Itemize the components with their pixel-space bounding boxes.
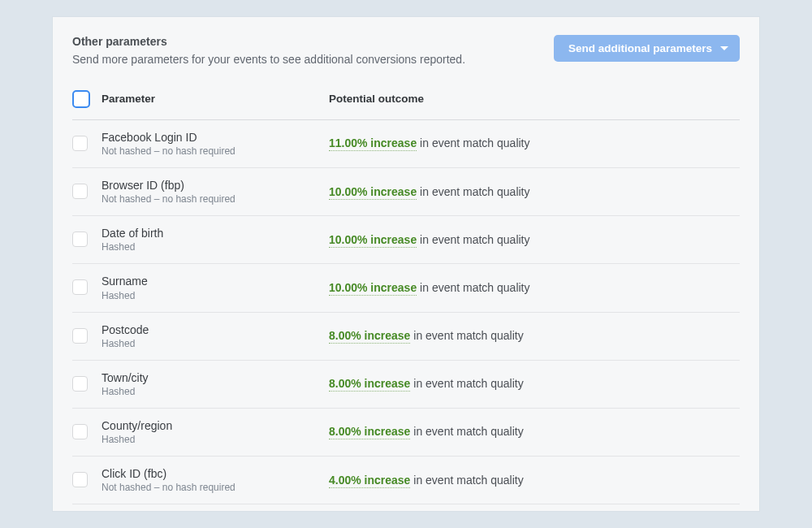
send-button-label: Send additional parameters — [568, 42, 712, 54]
parameter-name: Browser ID (fbp) — [102, 178, 329, 193]
table-row: SurnameHashed10.00% increase in event ma… — [72, 264, 740, 312]
increase-value: 8.00% increase — [329, 425, 410, 439]
table-row: Facebook Login IDNot hashed – no hash re… — [72, 120, 740, 168]
parameters-panel: Other parameters Send more parameters fo… — [53, 17, 759, 512]
potential-outcome: 11.00% increase in event match quality — [329, 136, 740, 149]
increase-value: 8.00% increase — [329, 329, 410, 344]
table-row: Town/cityHashed8.00% increase in event m… — [72, 361, 740, 409]
row-checkbox[interactable] — [72, 328, 88, 344]
table-header-row: Parameter Potential outcome — [72, 85, 740, 120]
table-row: Date of birthHashed10.00% increase in ev… — [72, 216, 740, 264]
row-checkbox[interactable] — [72, 376, 88, 392]
outcome-suffix: in event match quality — [417, 136, 529, 149]
increase-value: 10.00% increase — [329, 233, 417, 248]
chevron-down-icon — [720, 46, 728, 50]
parameter-name: Town/city — [102, 370, 329, 385]
column-header-outcome: Potential outcome — [329, 93, 740, 105]
table-row: Click ID (fbc)Not hashed – no hash requi… — [72, 457, 740, 504]
parameter-name: County/region — [102, 418, 329, 433]
potential-outcome: 10.00% increase in event match quality — [329, 233, 740, 246]
row-checkbox[interactable] — [72, 424, 88, 439]
parameter-hash-status: Hashed — [102, 241, 329, 253]
increase-value: 11.00% increase — [329, 136, 417, 151]
parameter-name: Date of birth — [102, 226, 329, 240]
parameters-table: Parameter Potential outcome Facebook Log… — [72, 85, 740, 505]
parameter-hash-status: Hashed — [102, 290, 329, 301]
potential-outcome: 8.00% increase in event match quality — [329, 329, 740, 342]
potential-outcome: 8.00% increase in event match quality — [329, 425, 740, 438]
increase-value: 10.00% increase — [329, 185, 417, 200]
potential-outcome: 10.00% increase in event match quality — [329, 281, 740, 294]
parameter-hash-status: Hashed — [102, 386, 329, 397]
outcome-suffix: in event match quality — [410, 377, 523, 390]
potential-outcome: 8.00% increase in event match quality — [329, 377, 740, 390]
send-additional-parameters-button[interactable]: Send additional parameters — [554, 35, 740, 62]
header-text-block: Other parameters Send more parameters fo… — [72, 35, 554, 66]
table-row: Browser ID (fbp)Not hashed – no hash req… — [72, 168, 740, 216]
outcome-suffix: in event match quality — [417, 233, 529, 246]
table-row: County/regionHashed8.00% increase in eve… — [72, 409, 740, 457]
column-header-parameter: Parameter — [102, 93, 329, 105]
parameter-hash-status: Not hashed – no hash required — [102, 193, 329, 205]
parameter-name: Surname — [102, 274, 329, 288]
outcome-suffix: in event match quality — [410, 474, 523, 487]
parameter-name: Postcode — [102, 322, 329, 337]
parameter-hash-status: Hashed — [102, 338, 329, 349]
panel-header: Other parameters Send more parameters fo… — [72, 35, 740, 66]
row-checkbox[interactable] — [72, 232, 88, 247]
parameter-hash-status: Not hashed – no hash required — [102, 145, 329, 157]
outcome-suffix: in event match quality — [417, 281, 529, 294]
potential-outcome: 10.00% increase in event match quality — [329, 185, 740, 198]
section-subtitle: Send more parameters for your events to … — [72, 53, 541, 66]
row-checkbox[interactable] — [72, 472, 88, 487]
increase-value: 8.00% increase — [329, 377, 410, 392]
row-checkbox[interactable] — [72, 279, 88, 295]
outcome-suffix: in event match quality — [410, 425, 523, 438]
parameter-name: Click ID (fbc) — [102, 466, 329, 481]
potential-outcome: 4.00% increase in event match quality — [329, 474, 740, 487]
parameter-name: Facebook Login ID — [102, 130, 329, 145]
outcome-suffix: in event match quality — [410, 329, 523, 342]
parameter-hash-status: Hashed — [102, 434, 329, 445]
outcome-suffix: in event match quality — [417, 185, 529, 198]
increase-value: 4.00% increase — [329, 474, 410, 488]
section-title: Other parameters — [72, 35, 541, 48]
select-all-checkbox[interactable] — [72, 90, 90, 108]
row-checkbox[interactable] — [72, 136, 88, 151]
row-checkbox[interactable] — [72, 184, 88, 199]
table-row: PostcodeHashed8.00% increase in event ma… — [72, 313, 740, 361]
increase-value: 10.00% increase — [329, 281, 417, 296]
parameter-hash-status: Not hashed – no hash required — [102, 482, 329, 493]
